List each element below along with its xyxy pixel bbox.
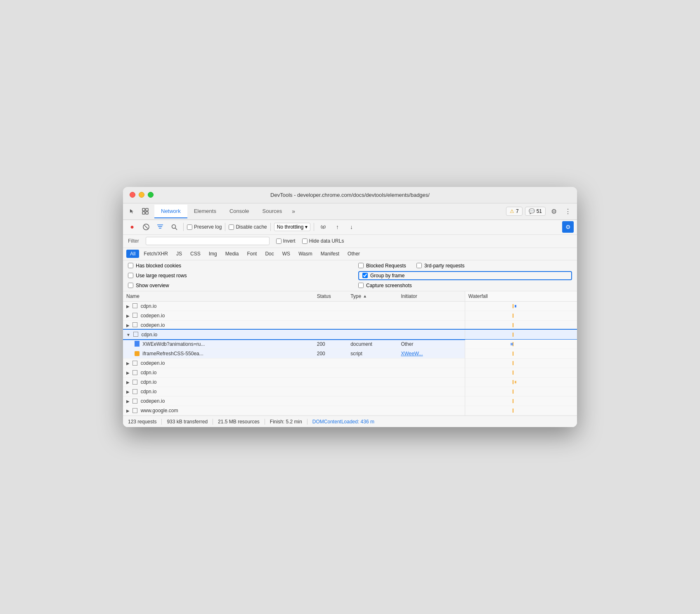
network-conditions-icon[interactable] [317,221,329,233]
table-row[interactable]: XWEeWdb?animations=ru... 200 document Ot… [123,339,577,349]
large-rows-checkbox[interactable] [128,273,133,278]
type-btn-wasm[interactable]: Wasm [295,250,316,258]
filter-icon[interactable] [154,221,166,233]
hide-data-urls-label: Hide data URLs [309,238,344,244]
large-rows-label: Use large request rows [136,273,187,279]
more-options-icon[interactable]: ⋮ [562,205,574,217]
table-row-highlighted-group[interactable]: ▼ cdpn.io [123,330,577,339]
table-body: ▶ cdpn.io [123,301,577,416]
maximize-button[interactable] [148,192,154,198]
minimize-button[interactable] [139,192,144,198]
table-row[interactable]: ▶ cdpn.io [123,368,577,378]
search-icon[interactable] [168,221,180,233]
svg-rect-2 [142,212,145,214]
invert-checkbox[interactable] [276,239,281,244]
download-icon[interactable]: ↓ [345,221,357,233]
status-dom-loaded: DOMContentLoaded: 436 m [307,419,379,425]
frame-icon [133,332,138,337]
clear-button[interactable] [140,221,152,233]
throttling-select[interactable]: No throttling ▾ [274,223,311,231]
table-row[interactable]: ▶ codepen.io [123,320,577,330]
table-row[interactable]: ▶ cdpn.io [123,387,577,397]
type-btn-img[interactable]: Img [205,250,221,258]
table-row[interactable]: ▶ www.google.com [123,406,577,416]
type-btn-doc[interactable]: Doc [261,250,277,258]
row-waterfall [465,349,577,359]
table-row[interactable]: ▶ codepen.io [123,397,577,406]
tab-elements[interactable]: Elements [187,205,223,218]
tab-network[interactable]: Network [154,205,187,218]
table-row[interactable]: ▶ codepen.io [123,359,577,368]
tab-console[interactable]: Console [223,205,256,218]
show-overview-group[interactable]: Show overview [128,283,342,288]
table-row[interactable]: iframeRefreshCSS-550ea... 200 script XWe… [123,349,577,359]
tab-sources[interactable]: Sources [256,205,289,218]
type-btn-font[interactable]: Font [243,250,260,258]
third-party-checkbox[interactable] [416,263,422,268]
table-row[interactable]: ▶ cdpn.io [123,378,577,387]
filter-input[interactable] [146,237,270,245]
type-btn-all[interactable]: All [126,250,139,258]
type-btn-css[interactable]: CSS [187,250,204,258]
network-settings-gear-icon[interactable]: ⚙ [562,221,574,233]
toolbar-divider-2 [225,223,225,231]
type-btn-js[interactable]: JS [173,250,186,258]
preserve-log-checkbox[interactable] [187,224,192,230]
warnings-badge[interactable]: ⚠ 7 [506,207,523,216]
has-blocked-cookies-group[interactable]: Has blocked cookies [128,263,342,269]
row-name: iframeRefreshCSS-550ea... [123,349,314,359]
status-requests: 123 requests [128,419,162,425]
toolbar-divider-4 [314,223,314,231]
initiator-link[interactable]: XWeeW... [401,351,423,357]
group-by-frame-checkbox[interactable] [362,273,368,278]
frame-icon [132,370,137,375]
col-waterfall[interactable]: Waterfall [465,291,577,302]
inspect-icon[interactable] [140,205,151,217]
table-row[interactable]: ▶ cdpn.io [123,301,577,311]
col-status[interactable]: Status [314,291,347,302]
messages-badge[interactable]: 💬 51 [525,207,546,216]
record-button[interactable]: ● [126,221,138,233]
row-name: ▶ codepen.io [123,320,314,330]
close-button[interactable] [130,192,135,198]
row-status [314,378,347,387]
show-overview-checkbox[interactable] [128,283,133,288]
message-icon: 💬 [529,208,535,214]
type-btn-other[interactable]: Other [344,250,364,258]
row-waterfall [465,359,577,368]
col-type[interactable]: Type ▲ [347,291,397,302]
status-resources: 21.5 MB resources [213,419,265,425]
settings-icon[interactable]: ⚙ [548,205,560,217]
row-name: ▶ www.google.com [123,406,314,416]
col-name[interactable]: Name [123,291,314,302]
type-btn-fetch[interactable]: Fetch/XHR [140,250,172,258]
hide-data-urls-checkbox[interactable] [302,239,307,244]
row-waterfall [465,311,577,320]
type-btn-manifest[interactable]: Manifest [317,250,343,258]
expand-arrow-icon: ▶ [126,399,130,404]
row-waterfall [465,387,577,397]
col-initiator[interactable]: Initiator [397,291,465,302]
row-name: ▶ cdpn.io [123,387,314,397]
preserve-log-group: Preserve log [187,224,222,230]
type-btn-ws[interactable]: WS [279,250,294,258]
upload-icon[interactable]: ↑ [331,221,343,233]
capture-screenshots-checkbox[interactable] [358,283,364,288]
table-row[interactable]: ▶ codepen.io [123,311,577,320]
blocked-requests-group[interactable]: Blocked Requests 3rd-party requests [358,263,572,269]
row-type [347,320,397,330]
disable-cache-checkbox[interactable] [229,224,234,230]
more-tabs-button[interactable]: » [289,206,298,216]
status-finish: Finish: 5.2 min [265,419,307,425]
expand-arrow-icon: ▶ [126,304,130,309]
row-status [314,311,347,320]
row-initiator [397,406,465,416]
blocked-requests-checkbox[interactable] [358,263,364,268]
row-status [314,320,347,330]
cursor-icon[interactable] [126,205,138,217]
large-rows-group[interactable]: Use large request rows [128,271,342,280]
capture-screenshots-group[interactable]: Capture screenshots [358,283,572,288]
type-btn-media[interactable]: Media [222,250,243,258]
has-blocked-cookies-checkbox[interactable] [128,263,133,268]
expand-arrow-icon: ▶ [126,314,130,318]
